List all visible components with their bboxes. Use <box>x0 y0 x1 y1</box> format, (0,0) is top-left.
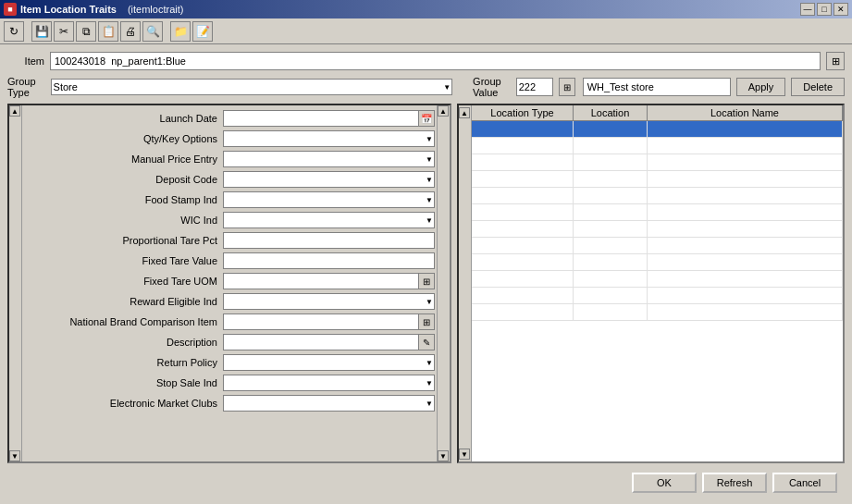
label-qty-key: Qty/Key Options <box>24 133 223 144</box>
form-row-national-brand: National Brand Comparison Item ⊞ <box>24 313 435 331</box>
maximize-button[interactable]: □ <box>817 3 832 16</box>
label-national-brand: National Brand Comparison Item <box>24 316 223 327</box>
toolbar-notes-btn[interactable]: 📝 <box>192 21 213 42</box>
table-row[interactable] <box>472 221 843 238</box>
title-subtitle: (itemloctrait) <box>128 4 184 15</box>
table-row[interactable] <box>472 271 843 288</box>
table-scroll-down[interactable]: ▼ <box>459 449 470 460</box>
select-deposit-code[interactable] <box>223 171 435 188</box>
toolbar-cut-btn[interactable]: ✂ <box>54 21 74 42</box>
toolbar-refresh-btn[interactable]: ↻ <box>4 21 24 42</box>
header-location: Location <box>574 105 648 120</box>
group-type-label-bottom: Type <box>7 87 36 98</box>
label-reward-eligible: Reward Eligible Ind <box>24 296 223 307</box>
toolbar-find-btn[interactable]: 🔍 <box>142 21 163 42</box>
app-icon: ■ <box>4 3 17 16</box>
label-prop-tare: Proportional Tare Pct <box>24 235 223 246</box>
calendar-button-launch-date[interactable]: 📅 <box>418 110 435 127</box>
item-input[interactable] <box>50 52 821 70</box>
body-area: ▲ ▼ Launch Date 📅 Qty/Key Options <box>7 104 845 463</box>
ok-button[interactable]: OK <box>632 473 697 493</box>
group-value-lookup-button[interactable]: ⊞ <box>559 78 575 96</box>
input-national-brand[interactable] <box>223 313 418 330</box>
toolbar-open-btn[interactable]: 📁 <box>170 21 191 42</box>
input-prop-tare[interactable] <box>223 232 435 249</box>
select-manual-price[interactable] <box>223 151 435 167</box>
input-description[interactable] <box>223 334 418 350</box>
select-wic[interactable] <box>223 212 435 228</box>
label-wic: WIC Ind <box>24 215 223 226</box>
cancel-button[interactable]: Cancel <box>772 473 837 493</box>
group-type-label-top: Group <box>7 76 36 87</box>
table-cell-location <box>574 121 648 137</box>
main-content: Item ⊞ Group Type Store Group Value ⊞ Ap… <box>0 44 852 504</box>
toolbar-save-btn[interactable]: 💾 <box>31 21 52 42</box>
form-row-prop-tare: Proportional Tare Pct <box>24 231 435 250</box>
group-value-number[interactable] <box>516 78 553 96</box>
form-row-reward-eligible: Reward Eligible Ind <box>24 292 435 311</box>
label-manual-price: Manual Price Entry <box>24 154 223 165</box>
scroll-up-button[interactable]: ▲ <box>9 105 20 117</box>
table-row[interactable] <box>472 204 843 221</box>
scroll-right-up-button[interactable]: ▲ <box>438 105 449 117</box>
select-electronic-market[interactable] <box>223 395 435 412</box>
form-row-electronic-market: Electronic Market Clubs <box>24 394 435 412</box>
item-label: Item <box>7 55 44 67</box>
form-row-fixed-tare-uom: Fixed Tare UOM ⊞ <box>24 272 435 290</box>
scroll-down-button[interactable]: ▼ <box>9 450 20 461</box>
table-row[interactable] <box>472 238 843 254</box>
form-row-qty-key: Qty/Key Options <box>24 129 435 148</box>
select-qty-key[interactable] <box>223 130 435 147</box>
table-cell-location-name <box>648 121 843 137</box>
label-fixed-tare-val: Fixed Tare Value <box>24 255 223 266</box>
table-row[interactable] <box>472 121 843 138</box>
select-reward-eligible[interactable] <box>223 293 435 310</box>
group-type-select[interactable]: Store <box>51 79 453 95</box>
table-header: Location Type Location Location Name <box>472 105 843 121</box>
group-value-name[interactable] <box>583 78 731 96</box>
left-panel: ▲ ▼ Launch Date 📅 Qty/Key Options <box>7 104 451 463</box>
minimize-button[interactable]: — <box>800 3 815 16</box>
input-launch-date[interactable] <box>223 110 418 127</box>
scroll-right-down-button[interactable]: ▼ <box>438 450 449 461</box>
form-row-food-stamp: Food Stamp Ind <box>24 191 435 209</box>
form-row-launch-date: Launch Date 📅 <box>24 109 435 128</box>
label-launch-date: Launch Date <box>24 113 223 124</box>
toolbar-print-btn[interactable]: 🖨 <box>120 21 141 42</box>
form-row-return-policy: Return Policy <box>24 353 435 372</box>
table-scroll-up[interactable]: ▲ <box>459 107 470 118</box>
delete-button[interactable]: Delete <box>791 78 845 96</box>
input-fixed-tare-val[interactable] <box>223 252 435 269</box>
table-row[interactable] <box>472 171 843 188</box>
form-row-fixed-tare-val: Fixed Tare Value <box>24 252 435 270</box>
select-stop-sale[interactable] <box>223 375 435 391</box>
label-deposit-code: Deposit Code <box>24 174 223 185</box>
label-return-policy: Return Policy <box>24 357 223 368</box>
form-row-deposit-code: Deposit Code <box>24 170 435 189</box>
table-row[interactable] <box>472 138 843 154</box>
input-fixed-tare-uom[interactable] <box>223 273 418 289</box>
apply-button[interactable]: Apply <box>736 78 786 96</box>
refresh-button[interactable]: Refresh <box>702 473 767 493</box>
toolbar-paste-btn[interactable]: 📋 <box>98 21 118 42</box>
table-cell-location-type <box>472 121 574 137</box>
title-text: Item Location Traits <box>20 4 117 15</box>
label-food-stamp: Food Stamp Ind <box>24 194 223 205</box>
lookup-button-fixed-tare-uom[interactable]: ⊞ <box>418 273 435 289</box>
close-button[interactable]: ✕ <box>833 3 848 16</box>
toolbar-copy-btn[interactable]: ⧉ <box>76 21 96 42</box>
table-row[interactable] <box>472 304 843 321</box>
table-row[interactable] <box>472 288 843 304</box>
form-row-stop-sale: Stop Sale Ind <box>24 374 435 392</box>
select-food-stamp[interactable] <box>223 191 435 208</box>
desc-button[interactable]: ✎ <box>418 334 435 350</box>
item-lookup-button[interactable]: ⊞ <box>826 52 845 70</box>
table-row[interactable] <box>472 154 843 171</box>
right-panel: ▲ ▼ Location Type Location Location Name <box>457 104 845 463</box>
lookup-button-national-brand[interactable]: ⊞ <box>418 313 435 330</box>
bottom-bar: OK Refresh Cancel <box>7 469 845 497</box>
table-row[interactable] <box>472 254 843 271</box>
select-return-policy[interactable] <box>223 354 435 371</box>
group-row: Group Type Store Group Value ⊞ Apply Del… <box>7 76 845 98</box>
table-row[interactable] <box>472 188 843 204</box>
